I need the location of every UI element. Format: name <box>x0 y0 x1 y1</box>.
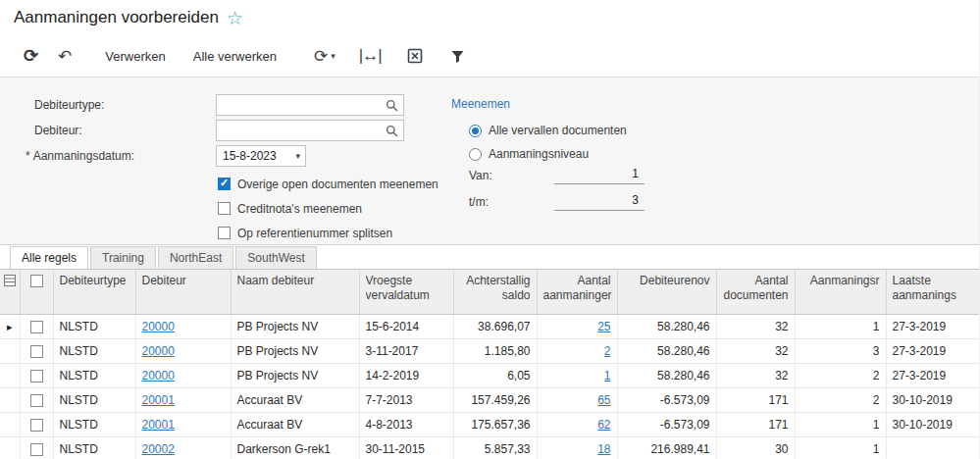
debiteur-link[interactable]: 20000 <box>142 320 175 333</box>
toolbar: ⟳ ↶ Verwerken Alle verwerken ⟳▾ |↔| <box>0 35 979 76</box>
column-header-vroegste-vervaldatum[interactable]: Vroegste vervaldatum <box>359 270 453 314</box>
cell-aanmaningsniveau: 2 <box>795 363 886 387</box>
aantal-aanmaningen-link[interactable]: 18 <box>597 442 610 456</box>
cell-aanmaningsniveau: 1 <box>795 314 886 338</box>
column-header-debiteur[interactable]: Debiteur <box>135 270 231 314</box>
cell-laatste-aanmaning: 27-3-2019 <box>886 363 980 387</box>
cell-debiteurenoverzicht: 216.989,41 <box>617 436 716 459</box>
meenemen-radio[interactable] <box>469 125 482 137</box>
tab-alle-regels[interactable]: Alle regels <box>10 246 88 269</box>
select-all-checkbox[interactable] <box>30 275 43 287</box>
column-header-debiteurenoverzicht[interactable]: Debiteurenov <box>617 270 716 314</box>
column-header-achterstallig-saldo[interactable]: Achterstallig saldo <box>453 270 537 314</box>
cell-debiteurenoverzicht: -6.573,09 <box>617 387 716 412</box>
aantal-aanmaningen-link[interactable]: 2 <box>604 344 611 358</box>
cell-aantal-documenten: 32 <box>716 338 795 363</box>
cell-debiteur: 20000 <box>135 338 231 363</box>
export-excel-icon[interactable] <box>399 46 431 66</box>
van-input[interactable]: 1 <box>554 164 645 184</box>
undo-icon[interactable]: ↶ <box>50 44 79 69</box>
cell-laatste-aanmaning: 27-3-2019 <box>886 338 980 363</box>
meenemen-radio[interactable] <box>469 148 482 161</box>
aantal-aanmaningen-link[interactable]: 1 <box>604 369 611 382</box>
cell-aanmaningsniveau: 1 <box>795 436 886 459</box>
page-title: Aanmaningen voorbereiden <box>14 8 219 27</box>
debiteur-link[interactable]: 20002 <box>142 442 175 456</box>
row-checkbox[interactable] <box>30 370 43 382</box>
cell-aantal-aanmaningen: 18 <box>537 436 617 459</box>
row-checkbox[interactable] <box>30 443 43 456</box>
column-header-debiteurtype[interactable]: Debiteurtype <box>53 270 135 314</box>
cell-achterstallig-saldo: 175.657,36 <box>453 412 537 436</box>
debiteur-link[interactable]: 20001 <box>142 393 175 407</box>
table-row[interactable]: NLSTD20001Accuraat BV4-8-2013175.657,366… <box>0 412 980 436</box>
column-header-aantal-aanmaningen[interactable]: Aantal aanmaningen <box>537 270 617 314</box>
row-checkbox[interactable] <box>30 345 43 358</box>
refresh-icon[interactable]: ⟳ <box>16 43 46 69</box>
reload-dropdown-button[interactable]: ⟳▾ <box>306 44 343 69</box>
cell-vroegste-vervaldatum: 7-7-2013 <box>359 387 453 412</box>
debiteurtype-input[interactable] <box>216 94 404 116</box>
cell-vroegste-vervaldatum: 4-8-2013 <box>359 412 453 436</box>
tm-value: 3 <box>632 193 639 207</box>
tab-southwest[interactable]: SouthWest <box>235 246 316 269</box>
grid-settings-icon[interactable] <box>0 270 20 314</box>
debiteur-input[interactable] <box>216 120 404 141</box>
table-row[interactable]: ▸NLSTD20000PB Projects NV15-6-201438.696… <box>0 314 980 338</box>
aanmaningsdatum-input[interactable]: 15-8-2023 ▾ <box>216 145 306 167</box>
cell-naam-debiteur: PB Projects NV <box>231 314 359 338</box>
verwerken-button[interactable]: Verwerken <box>93 45 177 68</box>
cell-debiteurtype: NLSTD <box>53 387 135 412</box>
column-header-aanmaningsniveau[interactable]: Aanmaningsr <box>795 270 886 314</box>
cell-debiteurenoverzicht: 58.280,46 <box>617 363 716 387</box>
cell-debiteur: 20000 <box>135 314 231 338</box>
cell-achterstallig-saldo: 6,05 <box>453 363 537 387</box>
favorite-star-icon[interactable]: ☆ <box>227 9 243 27</box>
title-bar: Aanmaningen voorbereiden ☆ <box>0 0 979 35</box>
filter-checkbox[interactable] <box>218 227 231 239</box>
cell-debiteur: 20001 <box>135 412 231 436</box>
table-row[interactable]: NLSTD20000PB Projects NV14-2-20196,05158… <box>0 363 980 387</box>
table-row[interactable]: NLSTD20001Accuraat BV7-7-2013157.459,266… <box>0 387 980 412</box>
lookup-magnifier-icon[interactable] <box>386 125 398 137</box>
current-row-marker: ▸ <box>7 321 13 332</box>
lookup-magnifier-icon[interactable] <box>386 99 398 112</box>
alle-verwerken-button[interactable]: Alle verwerken <box>181 45 288 68</box>
grid-table: DebiteurtypeDebiteurNaam debiteurVroegst… <box>0 270 980 459</box>
meenemen-radios: Alle vervallen documentenAanmaningsnivea… <box>469 119 627 166</box>
row-checkbox[interactable] <box>30 419 43 432</box>
filter-panel: Debiteurtype: Debiteur: *Aanmaningsdatum… <box>0 76 979 245</box>
aantal-aanmaningen-link[interactable]: 62 <box>597 418 610 432</box>
table-row[interactable]: NLSTD20000PB Projects NV3-11-20171.185,8… <box>0 338 980 363</box>
cell-aantal-aanmaningen: 1 <box>537 363 617 387</box>
debiteur-link[interactable]: 20000 <box>142 344 175 358</box>
filter-icon[interactable] <box>442 47 473 66</box>
cell-achterstallig-saldo: 5.857,33 <box>453 436 537 459</box>
filter-checkbox[interactable] <box>218 178 231 190</box>
filter-checkbox[interactable] <box>218 202 231 215</box>
row-checkbox[interactable] <box>30 321 43 333</box>
table-row[interactable]: NLSTD20002Darkerson G-rek130-11-20155.85… <box>0 436 980 459</box>
column-header-naam-debiteur[interactable]: Naam debiteur <box>231 270 359 314</box>
column-header-laatste-aanmaning[interactable]: Laatste aanmanings <box>886 270 980 314</box>
column-header-aantal-documenten[interactable]: Aantal documenten <box>716 270 795 314</box>
cell-achterstallig-saldo: 38.696,07 <box>453 314 537 338</box>
cell-aanmaningsniveau: 3 <box>795 338 886 363</box>
cell-debiteur: 20000 <box>135 363 231 387</box>
aantal-aanmaningen-link[interactable]: 25 <box>597 320 610 333</box>
cell-vroegste-vervaldatum: 14-2-2019 <box>359 363 453 387</box>
fit-width-icon[interactable]: |↔| <box>351 44 389 68</box>
tm-input[interactable]: 3 <box>554 190 645 211</box>
date-dropdown-icon[interactable]: ▾ <box>295 151 300 161</box>
aantal-aanmaningen-link[interactable]: 65 <box>597 393 610 407</box>
debiteur-link[interactable]: 20000 <box>142 369 175 382</box>
cell-vroegste-vervaldatum: 15-6-2014 <box>359 314 453 338</box>
cell-aantal-documenten: 171 <box>716 387 795 412</box>
tab-training[interactable]: Training <box>90 246 156 269</box>
meenemen-label: Meenemen <box>451 97 510 111</box>
tab-northeast[interactable]: NorthEast <box>158 246 233 269</box>
debiteur-link[interactable]: 20001 <box>142 418 175 432</box>
row-checkbox[interactable] <box>30 394 43 407</box>
cell-debiteurenoverzicht: 58.280,46 <box>617 314 716 338</box>
cell-debiteurtype: NLSTD <box>53 436 135 459</box>
